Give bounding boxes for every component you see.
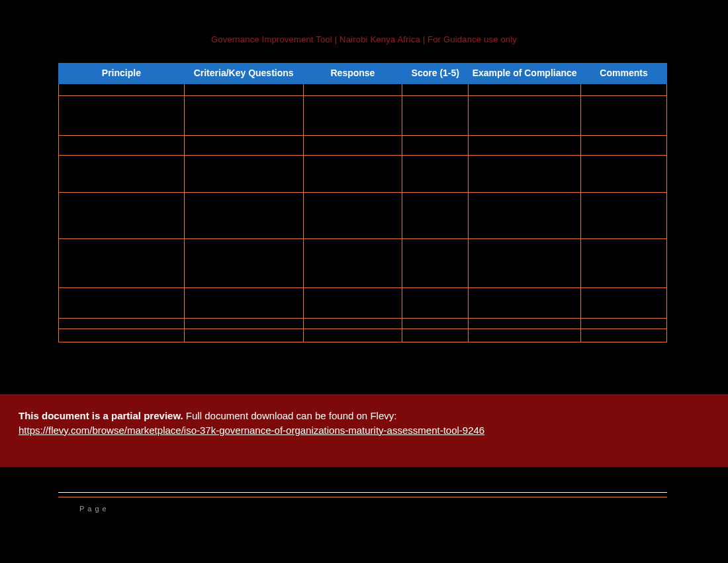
cell-principle [59, 287, 185, 318]
col-header-principle: Principle [59, 64, 185, 84]
table-row [59, 329, 667, 342]
cell-comments [581, 155, 667, 192]
cell-criteria [184, 135, 303, 155]
assessment-table-container: Principle Criteria/Key Questions Respons… [58, 63, 667, 342]
preview-rest-text: Full document download can be found on F… [183, 410, 397, 421]
cell-score [402, 155, 469, 192]
cell-example [469, 95, 581, 135]
cell-comments [581, 192, 667, 238]
cell-comments [581, 318, 667, 329]
table-row [59, 287, 667, 318]
cell-score [402, 95, 469, 135]
col-header-criteria: Criteria/Key Questions [184, 64, 303, 84]
cell-response [303, 329, 402, 342]
cell-principle [59, 318, 185, 329]
preview-bold-text: This document is a partial preview. [19, 410, 183, 421]
bottom-rule [58, 492, 667, 497]
cell-comments [581, 238, 667, 287]
cell-response [303, 83, 402, 95]
cell-example [469, 83, 581, 95]
table-row [59, 95, 667, 135]
col-header-response: Response [303, 64, 402, 84]
table-row [59, 238, 667, 287]
cell-criteria [184, 95, 303, 135]
cell-comments [581, 329, 667, 342]
cell-criteria [184, 192, 303, 238]
cell-score [402, 83, 469, 95]
table-row [59, 83, 667, 95]
cell-score [402, 192, 469, 238]
cell-criteria [184, 329, 303, 342]
cell-example [469, 318, 581, 329]
cell-criteria [184, 238, 303, 287]
cell-principle [59, 95, 185, 135]
preview-banner: This document is a partial preview. Full… [0, 394, 728, 467]
table-row [59, 135, 667, 155]
cell-principle [59, 238, 185, 287]
cell-principle [59, 329, 185, 342]
cell-comments [581, 135, 667, 155]
cell-score [402, 238, 469, 287]
cell-comments [581, 95, 667, 135]
document-header: Governance Improvement Tool | Nairobi Ke… [0, 34, 728, 44]
preview-link[interactable]: https://flevy.com/browse/marketplace/iso… [19, 425, 484, 436]
cell-score [402, 135, 469, 155]
cell-criteria [184, 83, 303, 95]
cell-score [402, 318, 469, 329]
table-row [59, 318, 667, 329]
cell-score [402, 329, 469, 342]
cell-principle [59, 83, 185, 95]
cell-principle [59, 135, 185, 155]
cell-example [469, 329, 581, 342]
cell-criteria [184, 155, 303, 192]
cell-example [469, 135, 581, 155]
cell-response [303, 95, 402, 135]
table-row [59, 155, 667, 192]
cell-score [402, 287, 469, 318]
col-header-score: Score (1-5) [402, 64, 469, 84]
table-header-row: Principle Criteria/Key Questions Respons… [59, 64, 667, 84]
cell-response [303, 135, 402, 155]
cell-criteria [184, 287, 303, 318]
cell-response [303, 287, 402, 318]
col-header-example: Example of Compliance [469, 64, 581, 84]
col-header-comments: Comments [581, 64, 667, 84]
cell-example [469, 238, 581, 287]
table-body [59, 83, 667, 342]
cell-example [469, 287, 581, 318]
cell-response [303, 318, 402, 329]
cell-principle [59, 155, 185, 192]
cell-comments [581, 83, 667, 95]
cell-comments [581, 287, 667, 318]
footer-page-label: Page [79, 505, 110, 513]
cell-response [303, 192, 402, 238]
cell-example [469, 155, 581, 192]
cell-principle [59, 192, 185, 238]
cell-example [469, 192, 581, 238]
assessment-table: Principle Criteria/Key Questions Respons… [58, 63, 667, 342]
cell-response [303, 238, 402, 287]
cell-criteria [184, 318, 303, 329]
cell-response [303, 155, 402, 192]
table-row [59, 192, 667, 238]
